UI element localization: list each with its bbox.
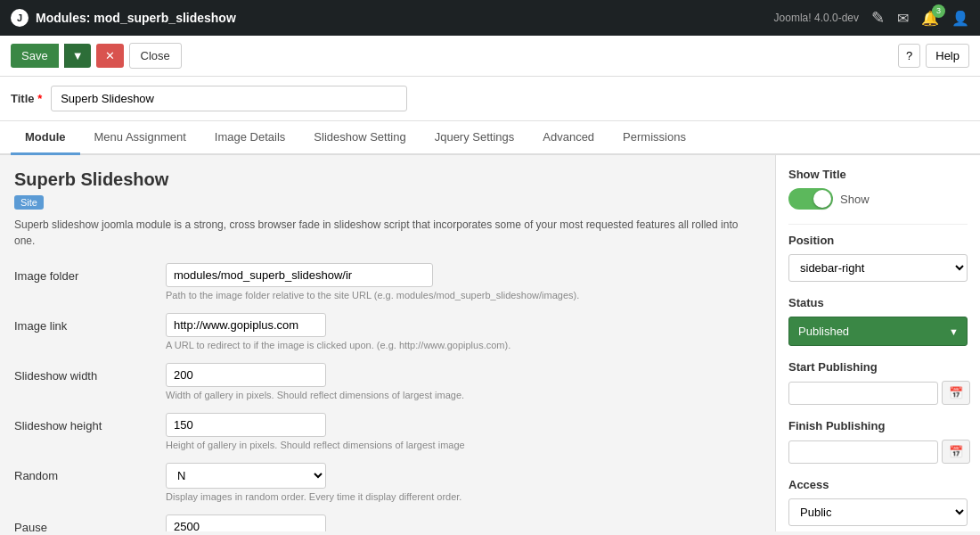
image-folder-input[interactable] xyxy=(166,263,433,287)
joomla-version: Joomla! 4.0.0-dev xyxy=(774,12,859,24)
image-folder-label: Image folder xyxy=(14,269,78,283)
title-input[interactable] xyxy=(51,86,407,111)
slideshow-width-hint: Width of gallery in pixels. Should refle… xyxy=(166,390,761,400)
status-select[interactable]: Published Unpublished Trashed xyxy=(788,317,968,346)
pause-label: Pause xyxy=(14,521,47,531)
left-panel: Superb Slideshow Site Superb slideshow j… xyxy=(0,155,775,531)
title-row: Title * xyxy=(0,77,980,121)
image-folder-hint: Path to the image folder relative to the… xyxy=(166,290,761,300)
random-label: Random xyxy=(14,469,58,482)
topbar-right: Joomla! 4.0.0-dev ✎ ✉ 🔔 3 👤 xyxy=(774,8,969,28)
status-section: Status Published Unpublished Trashed xyxy=(788,296,968,346)
tab-module[interactable]: Module xyxy=(11,121,80,155)
position-section: Position sidebar-right sidebar-left top … xyxy=(788,234,968,282)
start-publishing-section: Start Publishing 📅 xyxy=(788,360,968,405)
title-label: Title * xyxy=(11,92,42,105)
mail-icon[interactable]: ✉ xyxy=(897,10,909,27)
random-hint: Display images in random order. Every ti… xyxy=(166,491,761,502)
notification-badge: 3 xyxy=(932,4,945,18)
position-select[interactable]: sidebar-right sidebar-left top bottom fo… xyxy=(788,254,968,282)
finish-publishing-section: Finish Publishing 📅 xyxy=(788,419,968,464)
finish-publishing-input[interactable] xyxy=(788,440,938,464)
title-required: * xyxy=(37,92,42,105)
tab-jquery-settings[interactable]: Jquery Settings xyxy=(421,121,529,155)
notification-icon[interactable]: 🔔 3 xyxy=(921,10,939,27)
question-button[interactable]: ? xyxy=(898,44,920,68)
close-button[interactable]: Close xyxy=(129,43,182,69)
topbar-left: J Modules: mod_superb_slideshow xyxy=(11,9,236,27)
random-select[interactable]: N Y xyxy=(166,463,326,489)
field-slideshow-height: Slideshow height Height of gallery in pi… xyxy=(14,413,761,450)
edit-icon[interactable]: ✎ xyxy=(871,8,885,28)
finish-publishing-calendar-button[interactable]: 📅 xyxy=(942,440,970,464)
field-image-link: Image link A URL to redirect to if the i… xyxy=(14,313,761,350)
joomla-logo: J xyxy=(11,9,29,27)
tab-image-details[interactable]: Image Details xyxy=(200,121,299,155)
save-button[interactable]: Save xyxy=(11,44,59,68)
topbar: J Modules: mod_superb_slideshow Joomla! … xyxy=(0,0,980,36)
discard-button[interactable]: ✕ xyxy=(96,44,124,68)
slideshow-height-hint: Height of gallery in pixels. Should refl… xyxy=(166,440,761,450)
show-label: Show xyxy=(840,193,870,206)
start-publishing-label: Start Publishing xyxy=(788,360,968,374)
tab-permissions[interactable]: Permissions xyxy=(608,121,700,155)
status-label: Status xyxy=(788,296,968,309)
access-section: Access Public Registered Special Guest S… xyxy=(788,478,968,526)
toolbar-help: ? Help xyxy=(898,44,969,68)
access-label: Access xyxy=(788,478,968,491)
field-image-folder: Image folder Path to the image folder re… xyxy=(14,263,761,300)
module-title: Superb Slideshow xyxy=(14,169,761,190)
help-button[interactable]: Help xyxy=(926,44,969,68)
save-dropdown-button[interactable]: ▼ xyxy=(64,44,91,68)
show-title-toggle[interactable] xyxy=(788,188,833,210)
topbar-title: Modules: mod_superb_slideshow xyxy=(36,11,236,25)
finish-publishing-row: 📅 xyxy=(788,440,968,464)
module-description: Superb slideshow joomla module is a stro… xyxy=(14,217,761,249)
show-title-section: Show Title Show xyxy=(788,168,968,210)
toolbar: Save ▼ ✕ Close ? Help xyxy=(0,36,980,77)
status-select-wrapper: Published Unpublished Trashed xyxy=(788,317,968,346)
slideshow-height-input[interactable] xyxy=(166,413,326,437)
finish-publishing-label: Finish Publishing xyxy=(788,419,968,432)
tab-advanced[interactable]: Advanced xyxy=(528,121,608,155)
image-link-label: Image link xyxy=(14,319,67,333)
field-pause: Pause Pause time between images. xyxy=(14,514,761,531)
tabs: Module Menu Assignment Image Details Sli… xyxy=(0,121,980,155)
start-publishing-row: 📅 xyxy=(788,381,968,405)
slideshow-width-input[interactable] xyxy=(166,363,326,387)
user-icon[interactable]: 👤 xyxy=(951,10,969,27)
image-link-input[interactable] xyxy=(166,313,326,337)
show-title-toggle-row: Show xyxy=(788,188,968,210)
slideshow-width-label: Slideshow width xyxy=(14,369,97,383)
slideshow-height-label: Slideshow height xyxy=(14,419,102,432)
site-badge: Site xyxy=(14,195,44,210)
toggle-knob xyxy=(813,190,831,208)
position-label: Position xyxy=(788,234,968,247)
right-panel: Show Title Show Position sidebar-right s… xyxy=(775,155,980,531)
pause-input[interactable] xyxy=(166,514,326,531)
field-random: Random N Y Display images in random orde… xyxy=(14,463,761,502)
show-title-heading: Show Title xyxy=(788,168,968,181)
tab-slideshow-setting[interactable]: Slideshow Setting xyxy=(299,121,420,155)
main-content: Superb Slideshow Site Superb slideshow j… xyxy=(0,155,980,531)
start-publishing-input[interactable] xyxy=(788,382,938,405)
tab-menu-assignment[interactable]: Menu Assignment xyxy=(80,121,200,155)
image-link-hint: A URL to redirect to if the image is cli… xyxy=(166,340,761,350)
start-publishing-calendar-button[interactable]: 📅 xyxy=(942,381,970,405)
access-select[interactable]: Public Registered Special Guest Super Us… xyxy=(788,498,968,526)
field-slideshow-width: Slideshow width Width of gallery in pixe… xyxy=(14,363,761,400)
